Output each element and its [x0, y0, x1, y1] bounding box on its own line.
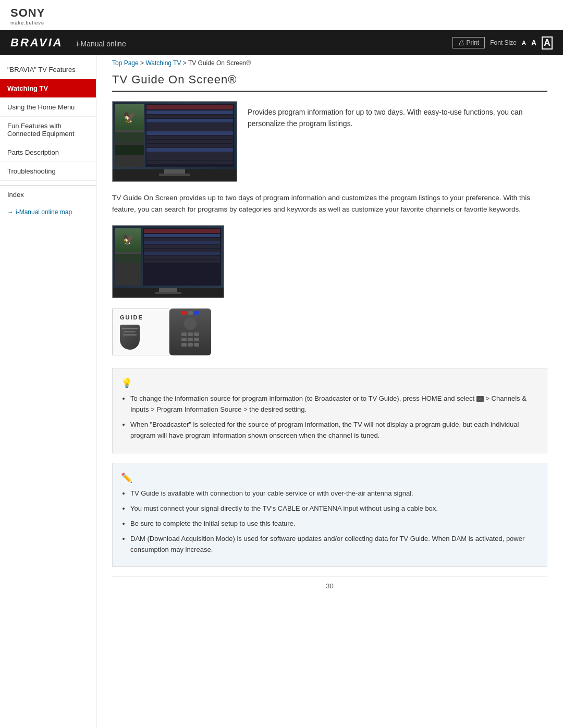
sony-tagline: make.believe [10, 20, 553, 26]
sidebar-item-parts-description[interactable]: Parts Description [0, 143, 96, 162]
page-title: TV Guide On Screen® [112, 73, 547, 92]
remote-bottom-buttons [181, 338, 199, 341]
arrow-icon: → [7, 208, 14, 216]
intro-text: Provides program information for up to t… [248, 101, 547, 182]
intro-section: 🦅 [112, 101, 547, 182]
header-right: 🖨 Print Font Size A A A [452, 36, 553, 50]
breadcrumb-watching-tv[interactable]: Watching TV [145, 59, 181, 67]
imanual-map-link[interactable]: → i-Manual online map [0, 204, 96, 220]
remote-btn-8 [181, 343, 187, 347]
tv-eagle: 🦅 [115, 104, 144, 130]
tv-stand [164, 169, 185, 174]
imanual-text: i-Manual online [77, 40, 126, 48]
remote-btn-3 [188, 332, 193, 336]
second-guide-content [143, 228, 221, 286]
sidebar-item-fun-features[interactable]: Fun Features with Connected Equipment [0, 117, 96, 143]
remote-btn-9 [188, 343, 193, 347]
pencil-note-section: ✏️ TV Guide is available with connection… [112, 463, 547, 567]
header-left: BRAVIA i-Manual online [10, 36, 126, 50]
tips-icon: 💡 [121, 376, 538, 391]
font-size-label: Font Size [490, 39, 517, 46]
tv-guide-content: 🦅 [115, 104, 234, 167]
guide-section: GUIDE [112, 309, 216, 355]
pencil-icon: ✏️ [121, 471, 538, 486]
top-bar: SONY make.believe [0, 0, 563, 30]
sidebar-item-watching-tv[interactable]: Watching TV [0, 79, 96, 98]
tv-base [159, 174, 190, 176]
remote-image [169, 309, 211, 355]
bravia-logo: BRAVIA [10, 36, 63, 50]
font-small-button[interactable]: A [522, 40, 526, 46]
remote-btn-4 [194, 332, 199, 336]
sony-logo: SONY [10, 6, 553, 20]
note-item-3: Be sure to complete the initial setup to… [130, 519, 538, 529]
guide-button-shape [120, 325, 140, 350]
tips-item-1: To change the information source for pro… [130, 393, 538, 415]
remote-btn-6 [188, 338, 193, 341]
remote-btn-10 [194, 343, 199, 347]
remote-btn-2 [181, 332, 187, 336]
guide-label: GUIDE [120, 314, 143, 320]
page-number: 30 [112, 576, 547, 593]
breadcrumb: Top Page > Watching TV > TV Guide On Scr… [112, 55, 547, 73]
print-button[interactable]: 🖨 Print [452, 37, 485, 48]
note-item-4: DAM (Download Acquisition Mode) is used … [130, 534, 538, 556]
font-large-button[interactable]: A [542, 36, 553, 50]
breadcrumb-current: TV Guide On Screen® [188, 59, 251, 67]
tv-right-panel [145, 104, 234, 167]
remote-btn-blue [194, 311, 199, 315]
note-item-2: You must connect your signal directly to… [130, 503, 538, 514]
tv-left-panel: 🦅 [115, 104, 144, 167]
tips-note-section: 💡 To change the information source for p… [112, 368, 547, 453]
remote-btn-red [181, 311, 187, 315]
note-list: TV Guide is available with connection to… [121, 488, 538, 555]
font-medium-button[interactable]: A [531, 39, 536, 47]
guide-box: GUIDE [112, 309, 169, 355]
content-area: Top Page > Watching TV > TV Guide On Scr… [96, 55, 563, 728]
remote-btn-5 [181, 338, 187, 341]
tips-list: To change the information source for pro… [121, 393, 538, 441]
remote-btn-1 [188, 311, 193, 315]
second-tv-base [155, 292, 181, 294]
second-tv-stand [159, 288, 177, 292]
sidebar-item-index[interactable]: Index [0, 185, 96, 204]
tv-screen: 🦅 [113, 102, 237, 169]
note-item-1: TV Guide is available with connection to… [130, 488, 538, 499]
sidebar-item-home-menu[interactable]: Using the Home Menu [0, 98, 96, 117]
main-layout: "BRAVIA" TV Features Watching TV Using t… [0, 55, 563, 728]
remote-num-buttons [181, 343, 199, 347]
remote-btn-7 [194, 338, 199, 341]
remote-arrow-pad [184, 317, 197, 330]
print-icon: 🖨 [458, 39, 464, 46]
second-tv-image: 🦅 [112, 225, 224, 298]
breadcrumb-top-page[interactable]: Top Page [112, 59, 139, 67]
home-icon: ⌂ [476, 396, 484, 402]
remote-top-buttons [181, 311, 199, 315]
intro-tv-image: 🦅 [112, 101, 237, 182]
second-eagle: 🦅 [115, 228, 141, 252]
remote-mid-buttons [181, 332, 199, 336]
sidebar: "BRAVIA" TV Features Watching TV Using t… [0, 55, 96, 728]
sidebar-item-bravia-features[interactable]: "BRAVIA" TV Features [0, 60, 96, 79]
body-text: TV Guide On Screen provides up to two da… [112, 192, 547, 216]
sidebar-item-troubleshooting[interactable]: Troubleshooting [0, 162, 96, 181]
header-bar: BRAVIA i-Manual online 🖨 Print Font Size… [0, 30, 563, 55]
tips-item-2: When "Broadcaster" is selected for the s… [130, 419, 538, 441]
